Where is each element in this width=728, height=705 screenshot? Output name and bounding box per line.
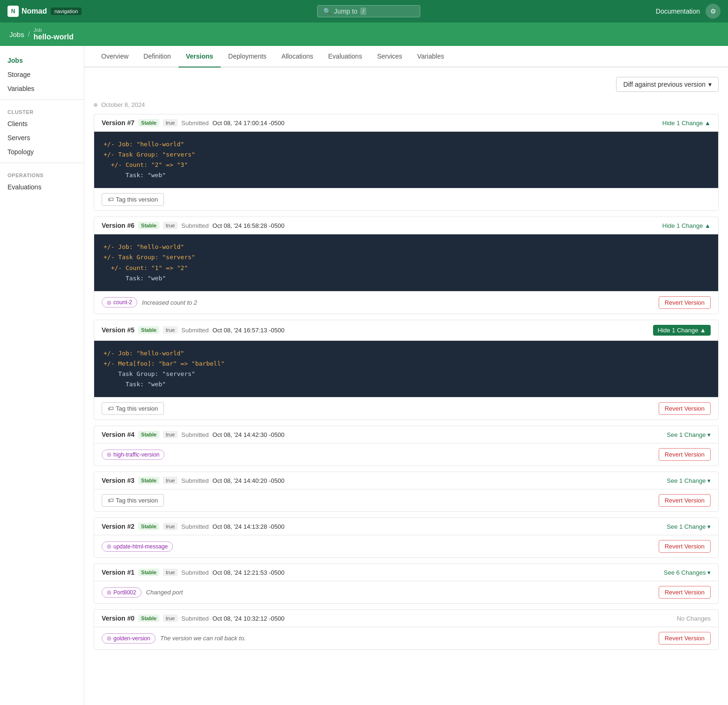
- sidebar-operations-label: OPERATIONS: [0, 167, 84, 180]
- tag-icon: 🏷: [108, 405, 114, 412]
- sidebar-item-topology[interactable]: Topology: [0, 145, 84, 159]
- version-1-tag-chip[interactable]: ◎ Port8002: [102, 587, 141, 598]
- tab-evaluations[interactable]: Evaluations: [321, 46, 370, 68]
- breadcrumb-parent[interactable]: Jobs: [9, 30, 24, 38]
- version-1-see-change-button[interactable]: See 6 Changes ▾: [664, 569, 711, 576]
- version-1-submitted-date: Oct 08, '24 12:21:53 -0500: [213, 569, 285, 576]
- version-5-tag-button[interactable]: 🏷 Tag this version: [102, 402, 164, 415]
- version-4-footer: ◎ high-traffic-version Revert Version: [94, 443, 718, 465]
- diff-against-previous-button[interactable]: Diff against previous version ▾: [616, 77, 719, 92]
- version-2-submitted-date: Oct 08, '24 14:13:28 -0500: [213, 523, 285, 530]
- jump-to-search[interactable]: 🔍 Jump to /: [317, 5, 420, 17]
- version-0-tag-chip[interactable]: ◎ golden-version: [102, 633, 156, 644]
- sidebar-cluster-label: CLUSTER: [0, 104, 84, 117]
- version-4-header: Version #4 Stable true Submitted Oct 08,…: [94, 426, 718, 443]
- tab-services[interactable]: Services: [370, 46, 410, 68]
- sidebar-item-evaluations[interactable]: Evaluations: [0, 180, 84, 194]
- version-7-title: Version #7: [102, 119, 134, 127]
- version-2-revert-button[interactable]: Revert Version: [659, 540, 711, 553]
- sidebar-item-variables[interactable]: Variables: [0, 82, 84, 96]
- version-5-revert-button[interactable]: Revert Version: [659, 402, 711, 415]
- version-card-3: Version #3 Stable true Submitted Oct 08,…: [94, 472, 719, 512]
- version-7-header: Version #7 Stable true Submitted Oct 08,…: [94, 114, 718, 132]
- version-card-7: Version #7 Stable true Submitted Oct 08,…: [94, 114, 719, 211]
- diff-line: Task: "web": [104, 170, 709, 180]
- version-3-see-change-button[interactable]: See 1 Change ▾: [667, 477, 711, 484]
- tab-overview[interactable]: Overview: [94, 46, 136, 68]
- tab-definition[interactable]: Definition: [136, 46, 178, 68]
- version-card-4: Version #4 Stable true Submitted Oct 08,…: [94, 426, 719, 466]
- version-3-tag-button[interactable]: 🏷 Tag this version: [102, 494, 164, 507]
- tag-icon: 🏷: [108, 196, 114, 203]
- version-2-submitted-label: Submitted: [181, 523, 209, 530]
- tab-deployments[interactable]: Deployments: [221, 46, 274, 68]
- version-2-tag-chip[interactable]: ◎ update-html-message: [102, 541, 173, 552]
- version-6-tag-chip[interactable]: ◎ count-2: [102, 297, 137, 308]
- version-6-true-badge: true: [163, 222, 178, 229]
- version-card-1: Version #1 Stable true Submitted Oct 08,…: [94, 563, 719, 604]
- version-6-revert-button[interactable]: Revert Version: [659, 296, 711, 309]
- version-5-header: Version #5 Stable true Submitted Oct 08,…: [94, 320, 718, 341]
- tab-versions[interactable]: Versions: [178, 46, 221, 68]
- diff-line: Task: "web": [104, 379, 709, 390]
- search-icon: 🔍: [323, 8, 331, 15]
- version-5-hide-change-button[interactable]: Hide 1 Change ▲: [653, 325, 711, 336]
- version-1-tag-description: Changed port: [146, 589, 183, 596]
- version-1-header: Version #1 Stable true Submitted Oct 08,…: [94, 564, 718, 581]
- version-4-submitted-date: Oct 08, '24 14:42:30 -0500: [213, 431, 285, 438]
- sidebar-item-servers[interactable]: Servers: [0, 131, 84, 145]
- version-3-true-badge: true: [163, 477, 178, 484]
- version-0-tag-description: The version we can roll back to.: [160, 635, 246, 642]
- version-7-diff: +/- Job: "hello-world" +/- Task Group: "…: [94, 132, 718, 188]
- diff-dropdown-icon: ▾: [708, 81, 712, 88]
- version-7-submitted-date: Oct 08, '24 17:00:14 -0500: [213, 120, 285, 127]
- version-3-stable-badge: Stable: [138, 477, 159, 484]
- version-3-revert-button[interactable]: Revert Version: [659, 494, 711, 507]
- tab-variables[interactable]: Variables: [410, 46, 452, 68]
- diff-line: +/- Meta[foo]: "bar" => "barbell": [104, 359, 709, 369]
- tag-chip-label: Port8002: [113, 589, 136, 596]
- date-label: October 8, 2024: [101, 101, 145, 108]
- tab-bar: Overview Definition Versions Deployments…: [84, 46, 728, 68]
- version-0-true-badge: true: [163, 615, 178, 622]
- version-0-submitted-label: Submitted: [181, 615, 209, 622]
- version-3-footer: 🏷 Tag this version Revert Version: [94, 489, 718, 511]
- logo[interactable]: N Nomad: [7, 6, 47, 17]
- tag-chip-icon: ◎: [107, 451, 111, 458]
- version-card-6: Version #6 Stable true Submitted Oct 08,…: [94, 217, 719, 314]
- version-7-tag-button[interactable]: 🏷 Tag this version: [102, 193, 164, 206]
- diff-line: +/- Count: "2" => "3": [104, 160, 709, 170]
- version-1-revert-button[interactable]: Revert Version: [659, 586, 711, 599]
- version-6-stable-badge: Stable: [138, 222, 159, 229]
- version-5-stable-badge: Stable: [138, 326, 159, 334]
- version-2-true-badge: true: [163, 523, 178, 530]
- settings-icon[interactable]: ⚙: [706, 4, 721, 19]
- version-6-hide-change-button[interactable]: Hide 1 Change ▲: [662, 222, 711, 229]
- sidebar-item-clients[interactable]: Clients: [0, 117, 84, 131]
- version-6-diff: +/- Job: "hello-world" +/- Task Group: "…: [94, 234, 718, 291]
- version-0-title: Version #0: [102, 615, 134, 622]
- date-dot: [94, 103, 97, 107]
- version-1-submitted-label: Submitted: [181, 569, 209, 576]
- version-7-true-badge: true: [163, 119, 178, 127]
- nav-badge: navigation: [51, 8, 82, 15]
- jump-to-key: /: [360, 8, 366, 15]
- version-7-hide-change-button[interactable]: Hide 1 Change ▲: [662, 120, 711, 127]
- sidebar-item-jobs[interactable]: Jobs: [0, 53, 84, 68]
- tag-btn-label: Tag this version: [116, 196, 158, 203]
- tag-chip-icon: ◎: [107, 589, 111, 595]
- sidebar-item-storage[interactable]: Storage: [0, 68, 84, 82]
- version-2-see-change-button[interactable]: See 1 Change ▾: [667, 523, 711, 530]
- version-4-see-change-button[interactable]: See 1 Change ▾: [667, 431, 711, 438]
- docs-link[interactable]: Documentation: [656, 8, 700, 15]
- version-6-submitted-label: Submitted: [181, 222, 209, 229]
- diff-line: +/- Count: "1" => "2": [104, 263, 709, 273]
- version-4-tag-chip[interactable]: ◎ high-traffic-version: [102, 450, 164, 460]
- version-5-footer: 🏷 Tag this version Revert Version: [94, 397, 718, 420]
- version-4-revert-button[interactable]: Revert Version: [659, 448, 711, 461]
- version-0-revert-button[interactable]: Revert Version: [659, 632, 711, 645]
- version-0-header: Version #0 Stable true Submitted Oct 08,…: [94, 610, 718, 627]
- diff-btn-row: Diff against previous version ▾: [94, 77, 719, 92]
- tab-allocations[interactable]: Allocations: [274, 46, 321, 68]
- main-content: Overview Definition Versions Deployments…: [84, 46, 728, 705]
